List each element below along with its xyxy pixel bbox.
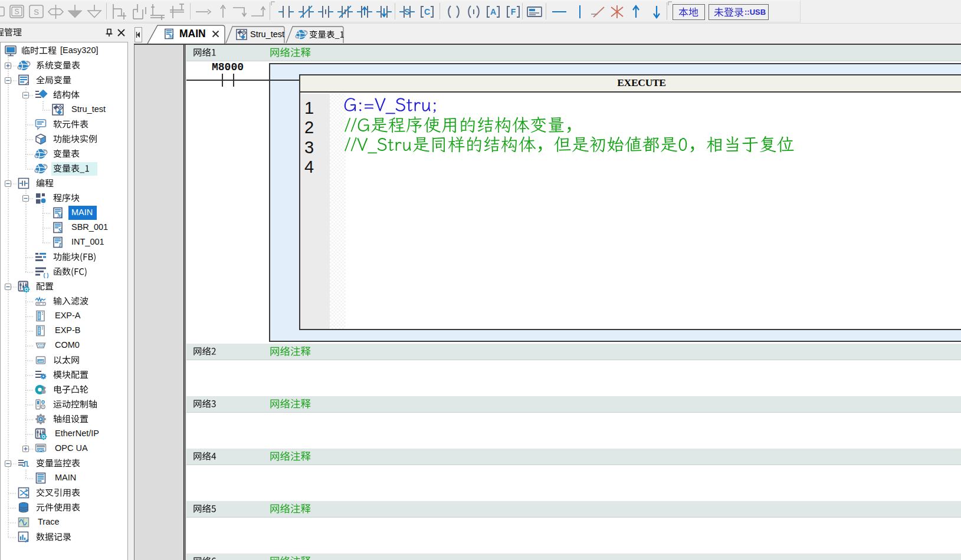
svg-text:OPC: OPC xyxy=(37,449,44,452)
svg-text:S: S xyxy=(34,8,39,17)
svg-text:F: F xyxy=(511,7,516,17)
svg-text:A: A xyxy=(490,7,496,17)
svg-text:S: S xyxy=(58,227,62,233)
svg-text:S: S xyxy=(14,8,19,16)
svg-text:C: C xyxy=(424,7,430,17)
svg-text:M: M xyxy=(57,212,63,219)
svg-text:S: S xyxy=(404,7,409,17)
svg-text:M: M xyxy=(168,33,174,39)
svg-text:(): () xyxy=(43,273,50,279)
